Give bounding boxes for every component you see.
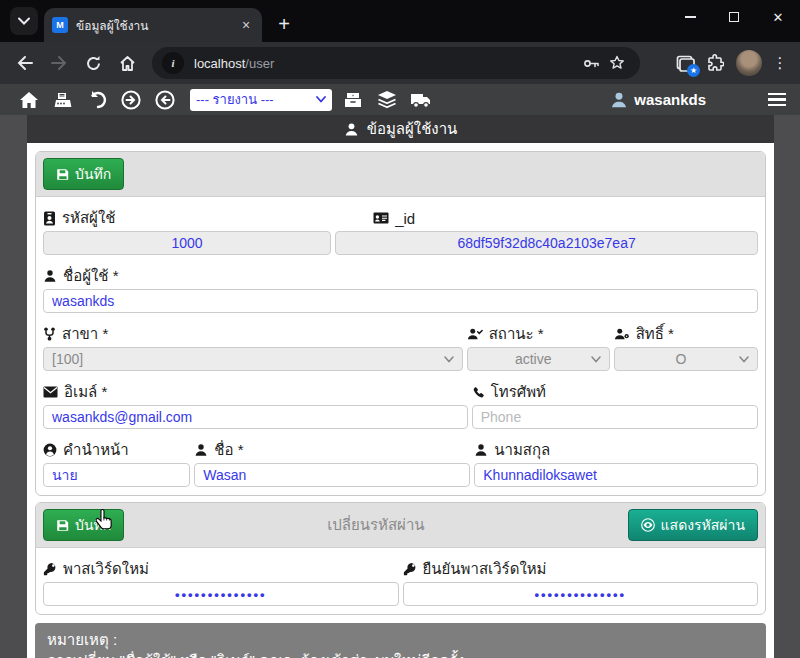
user-circle-icon [43,443,57,457]
note-title: หมายเหตุ : [47,629,754,650]
firstname-label: ชื่อ * [194,437,470,463]
prefix-label: คำนำหน้า [43,437,190,463]
chevron-down-icon [444,356,454,363]
user-icon [610,91,628,109]
report-select[interactable]: --- รายงาน --- [190,89,332,111]
app-home-button[interactable] [14,88,44,112]
undo-button[interactable] [82,88,112,112]
new-tab-button[interactable]: + [270,10,298,38]
phone-input[interactable] [472,405,758,429]
layers-button[interactable] [372,88,402,112]
back-arrow-icon [16,55,34,71]
email-input[interactable] [43,405,468,429]
next-button[interactable] [116,88,146,112]
delivery-truck-button[interactable] [406,88,436,112]
user-icon [474,443,488,457]
side-panel-button[interactable]: ★ [670,48,700,78]
change-password-card-body: พาสเวิร์ดใหม่ ยืนยันพาสเวิร์ดใหม่ [36,548,765,614]
user-check-icon [467,327,483,341]
status-select[interactable]: active [467,347,610,371]
id-label: _id [373,205,758,231]
page-container: ข้อมูลผู้ใช้งาน บันทึก รหัสผู้ใช้ [27,115,774,658]
lastname-label: นามสกุล [474,437,758,463]
save-button-label: บันทึก [75,163,111,185]
change-password-card-header: บันทึก เปลี่ยนรหัสผ่าน แสดงรหัสผ่าน [36,503,765,548]
browser-tab[interactable]: M ข้อมูลผู้ใช้งาน × [44,8,262,42]
user-info-card-header: บันทึก [36,152,765,197]
profile-avatar[interactable] [736,50,762,76]
show-password-button-label: แสดงรหัสผ่าน [661,514,745,536]
logged-in-user[interactable]: wasankds [610,91,706,109]
save-button[interactable]: บันทึก [43,158,124,190]
password-key-icon[interactable] [578,50,604,76]
new-password-label: พาสเวิร์ดใหม่ [43,556,399,582]
reload-button[interactable] [76,46,110,80]
url-host: localhost [194,56,245,71]
close-window-button[interactable]: ✕ [756,0,800,34]
change-password-card: บันทึก เปลี่ยนรหัสผ่าน แสดงรหัสผ่าน พาสเ… [35,502,766,615]
arrow-right-circle-icon [121,90,141,110]
save-floppy-icon [56,168,69,181]
user-code-label: รหัสผู้ใช้ [43,205,331,231]
user-code-input[interactable] [43,231,331,255]
cash-drawer-icon [343,91,363,109]
id-input[interactable] [335,231,758,255]
address-bar[interactable]: i localhost/user [152,47,640,79]
hamburger-icon [768,93,786,96]
rights-label: สิทธิ์ * [614,321,758,347]
extensions-button[interactable] [700,48,730,78]
key-icon [43,562,57,576]
maximize-icon [729,12,739,22]
lastname-input[interactable] [474,463,758,487]
id-card-icon [373,212,389,224]
browser-toolbar: i localhost/user ★ ⋮ [0,42,800,84]
prev-button[interactable] [150,88,180,112]
email-label: อิเมล์ * [43,379,468,405]
username-label: wasankds [634,91,706,108]
minimize-button[interactable] [668,0,712,34]
cash-drawer-button[interactable] [338,88,368,112]
app-menu-button[interactable] [768,93,786,107]
user-icon [344,122,359,137]
home-button[interactable] [110,46,144,80]
forward-arrow-icon [50,55,68,71]
tab-search-button[interactable] [10,7,38,35]
branch-label: สาขา * [43,321,463,347]
site-info-icon[interactable]: i [162,52,184,74]
reload-icon [85,55,102,72]
tab-strip: M ข้อมูลผู้ใช้งาน × + ✕ [0,0,800,42]
home-icon [19,91,39,109]
eye-icon [641,518,655,532]
save-password-button[interactable]: บันทึก [43,509,124,541]
url-path: /user [245,56,274,71]
prefix-input[interactable] [43,463,190,487]
show-password-button[interactable]: แสดงรหัสผ่าน [628,509,758,541]
new-password-input[interactable] [43,582,399,606]
truck-icon [410,91,432,109]
forward-button[interactable] [42,46,76,80]
back-button[interactable] [8,46,42,80]
status-label: สถานะ * [467,321,610,347]
layers-icon [377,90,397,109]
change-password-title: เปลี่ยนรหัสผ่าน [124,513,627,537]
confirm-password-label: ยืนยันพาสเวิร์ดใหม่ [403,556,759,582]
chevron-down-icon [739,356,749,363]
user-gear-icon [614,327,630,341]
cash-register-button[interactable] [48,88,78,112]
tab-title: ข้อมูลผู้ใช้งาน [76,16,238,35]
report-select-value: --- รายงาน --- [196,89,316,110]
browser-menu-button[interactable]: ⋮ [768,48,792,78]
confirm-password-input[interactable] [403,582,759,606]
chevron-down-icon [316,96,326,103]
maximize-button[interactable] [712,0,756,34]
page-title: ข้อมูลผู้ใช้งาน [367,117,458,141]
tab-close-icon[interactable]: × [238,17,254,33]
bookmark-star-icon[interactable] [604,50,630,76]
star-glyph [609,55,625,71]
username-input[interactable] [43,289,758,313]
rights-select[interactable]: O [614,347,758,371]
firstname-input[interactable] [194,463,470,487]
page-content: บันทึก รหัสผู้ใช้ [27,143,774,658]
user-info-card-body: รหัสผู้ใช้ _id [36,197,765,495]
branch-select[interactable]: [100] [43,347,463,371]
